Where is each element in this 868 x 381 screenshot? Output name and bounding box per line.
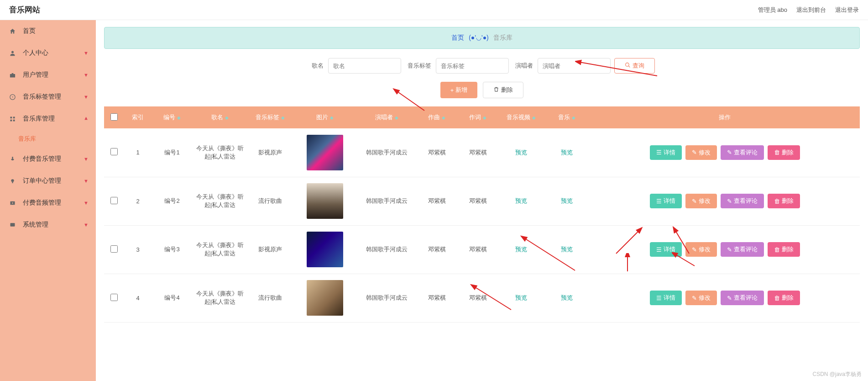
top-header: 音乐网站 管理员 abo 退出到前台 退出登录	[0, 0, 868, 20]
nav-to-front[interactable]: 退出到前台	[796, 6, 826, 14]
site-logo: 音乐网站	[9, 5, 40, 15]
admin-label[interactable]: 管理员 abo	[758, 6, 787, 14]
logout-link[interactable]: 退出登录	[835, 6, 859, 14]
